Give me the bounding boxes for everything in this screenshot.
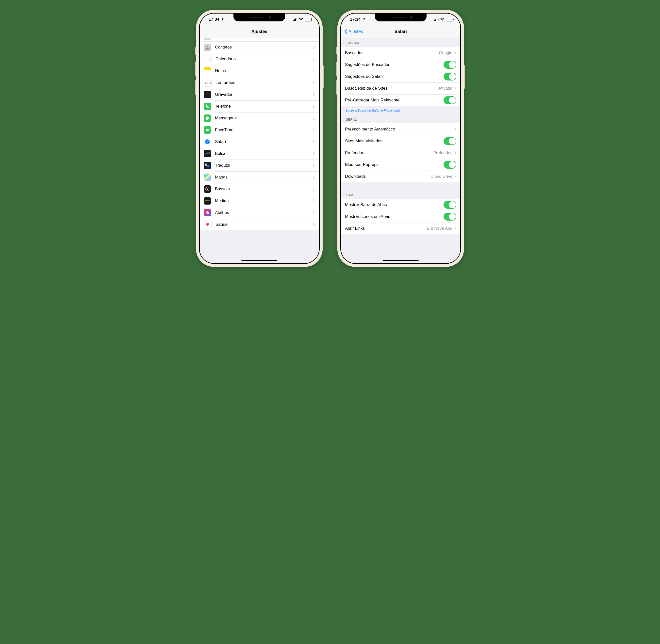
nav-bar: Ajustes Safari <box>341 25 460 38</box>
svg-text:文: 文 <box>208 165 210 167</box>
list-item-label: Bússola <box>215 187 313 191</box>
list-item-label: Saúde <box>215 222 313 227</box>
row-preenchimento[interactable]: Preenchimento Automático <box>341 123 460 135</box>
toggle-on[interactable] <box>443 73 456 80</box>
row-value: Preferidos <box>433 151 452 155</box>
list-item-saude[interactable]: Saúde <box>200 218 319 230</box>
row-label: Bloquear Pop-ups <box>345 162 443 167</box>
row-sugestoes-safari[interactable]: Sugestões do Safari <box>341 71 460 83</box>
signal-icon <box>434 18 439 21</box>
chevron-right-icon <box>313 164 315 167</box>
phone-right: 17:34 Ajustes Safari BUSCAR <box>337 10 464 267</box>
list-item-facetime[interactable]: FaceTime <box>200 124 319 136</box>
list-item-label: Calendário <box>215 56 313 62</box>
toggle-on[interactable] <box>443 161 456 169</box>
list-item-label: Lembretes <box>215 80 313 85</box>
phone-left: 17:34 Ajustes <box>196 10 323 267</box>
chevron-right-icon <box>313 187 315 191</box>
toggle-on[interactable] <box>443 137 456 145</box>
row-buscador[interactable]: Buscador Google <box>341 47 460 59</box>
list-item-traduzir[interactable]: A文 Traduzir <box>200 160 319 171</box>
signal-icon <box>293 18 297 21</box>
row-value: iCloud Drive <box>430 174 452 179</box>
row-precarregar[interactable]: Pré-Carregar Mais Relevante <box>341 94 460 106</box>
chevron-right-icon <box>454 87 456 90</box>
battery-icon <box>446 18 453 21</box>
chevron-right-icon <box>313 128 315 132</box>
voice-memos-icon <box>204 91 211 98</box>
toggle-on[interactable] <box>443 96 456 104</box>
row-preferidos[interactable]: Preferidos Preferidos <box>341 147 460 159</box>
list-item-telefone[interactable]: Telefone <box>200 100 319 112</box>
row-sugestoes-buscador[interactable]: Sugestões do Buscador <box>341 59 460 71</box>
list-item-calendario[interactable]: • • • •• • • • Calendário <box>200 53 319 65</box>
list-item-bussola[interactable]: Bússola <box>200 183 319 195</box>
row-value: Em Nova Aba <box>427 226 452 231</box>
home-indicator[interactable] <box>242 260 277 261</box>
section-header-abas: ABAS <box>341 190 460 199</box>
row-label: Downloads <box>345 174 430 179</box>
list-item-bolsa[interactable]: Bolsa <box>200 148 319 160</box>
toggle-on[interactable] <box>443 213 456 221</box>
chevron-right-icon <box>313 69 315 73</box>
maps-icon <box>204 174 211 181</box>
row-downloads[interactable]: Downloads iCloud Drive <box>341 170 460 182</box>
row-label: Sugestões do Safari <box>345 74 443 79</box>
chevron-right-icon <box>454 128 456 131</box>
status-time: 17:34 <box>350 17 361 22</box>
list-item-safari[interactable]: Safari <box>200 136 319 148</box>
svg-rect-1 <box>206 129 208 131</box>
row-abrir-links[interactable]: Abrir Links Em Nova Aba <box>341 223 460 234</box>
row-barra-abas[interactable]: Mostrar Barra de Abas <box>341 199 460 211</box>
chevron-right-icon <box>313 105 315 108</box>
row-label: Buscador <box>345 50 439 55</box>
list-item-medida[interactable]: Medida <box>200 195 319 207</box>
phone-icon <box>204 103 211 110</box>
page-title: Safari <box>394 29 407 34</box>
location-icon <box>221 18 224 22</box>
toggle-on[interactable] <box>443 201 456 209</box>
list-item-notas[interactable]: Notas <box>200 65 319 77</box>
chevron-right-icon <box>313 58 315 61</box>
chevron-right-icon <box>313 140 315 143</box>
section-footer-link[interactable]: Sobre a Busca do Safari e Privacidade… <box>341 106 460 114</box>
back-button[interactable]: Ajustes <box>344 29 363 34</box>
row-popups[interactable]: Bloquear Pop-ups <box>341 159 460 170</box>
row-icones-abas[interactable]: Mostrar Ícones em Abas <box>341 211 460 223</box>
row-label: Busca Rápida de Sites <box>345 86 438 91</box>
chevron-right-icon <box>313 152 315 155</box>
row-label: Mostrar Ícones em Abas <box>345 214 443 219</box>
chevron-right-icon <box>454 151 456 155</box>
chevron-right-icon <box>313 199 315 203</box>
list-item-gravador[interactable]: Gravador <box>200 89 319 100</box>
row-busca-rapida[interactable]: Busca Rápida de Sites Ativado <box>341 83 460 94</box>
chevron-right-icon <box>313 46 315 49</box>
chevron-right-icon <box>313 211 315 214</box>
row-label: Abrir Links <box>345 226 427 231</box>
safari-settings[interactable]: BUSCAR Buscador Google Sugestões do Busc… <box>341 38 460 263</box>
translate-icon: A文 <box>204 162 211 169</box>
health-icon <box>204 221 211 228</box>
facetime-icon <box>204 126 211 134</box>
row-label: Sites Mais Visitados <box>345 139 443 143</box>
notch <box>233 14 285 21</box>
list-item-contatos[interactable]: Contatos <box>200 41 319 53</box>
list-item-atalhos[interactable]: Atalhos <box>200 207 319 218</box>
chevron-right-icon <box>313 93 315 96</box>
location-icon <box>362 18 365 22</box>
chevron-right-icon <box>454 227 456 230</box>
row-sites-visitados[interactable]: Sites Mais Visitados <box>341 135 460 147</box>
home-indicator[interactable] <box>383 260 419 261</box>
compass-icon <box>204 185 211 193</box>
notes-icon <box>204 67 211 75</box>
list-item-lembretes[interactable]: Lembretes <box>200 77 319 89</box>
list-item-label: Mapas <box>215 175 313 180</box>
settings-list[interactable]: Contatos • • • •• • • • Calendário Notas… <box>200 38 319 263</box>
back-label: Ajustes <box>348 29 363 34</box>
list-item-mapas[interactable]: Mapas <box>200 171 319 183</box>
toggle-on[interactable] <box>443 61 456 69</box>
list-item-mensagens[interactable]: Mensagens <box>200 112 319 124</box>
list-item-label: Mensagens <box>215 116 313 121</box>
chevron-right-icon <box>454 51 456 55</box>
svg-rect-15 <box>207 212 209 214</box>
